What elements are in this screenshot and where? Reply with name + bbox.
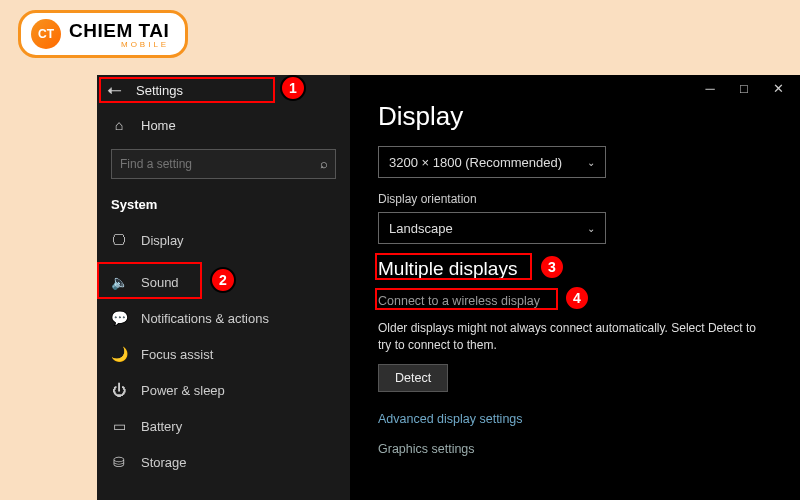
settings-window: 🠐 Settings ⌂ Home ⌕ System 🖵 Display 🔈 S…	[97, 75, 800, 500]
chevron-down-icon: ⌄	[587, 157, 595, 168]
sidebar-item-power[interactable]: ⏻ Power & sleep	[97, 372, 350, 408]
notifications-icon: 💬	[111, 310, 127, 326]
detect-button[interactable]: Detect	[378, 364, 448, 392]
home-icon: ⌂	[111, 117, 127, 133]
sidebar-item-storage[interactable]: ⛁ Storage	[97, 444, 350, 480]
logo-text: CHIEM TAI	[69, 20, 169, 42]
maximize-button[interactable]: □	[738, 81, 750, 96]
sidebar-item-display[interactable]: 🖵 Display	[97, 222, 350, 258]
sidebar-item-battery[interactable]: ▭ Battery	[97, 408, 350, 444]
sidebar-item-notifications[interactable]: 💬 Notifications & actions	[97, 300, 350, 336]
power-icon: ⏻	[111, 382, 127, 398]
sidebar-item-label: Focus assist	[141, 347, 213, 362]
minimize-button[interactable]: ─	[704, 81, 716, 96]
sidebar-item-focus-assist[interactable]: 🌙 Focus assist	[97, 336, 350, 372]
battery-icon: ▭	[111, 418, 127, 434]
older-displays-desc: Older displays might not always connect …	[378, 320, 758, 354]
page-title: Display	[378, 101, 772, 132]
sidebar-item-home[interactable]: ⌂ Home	[97, 109, 350, 141]
resolution-dropdown[interactable]: 3200 × 1800 (Recommended) ⌄	[378, 146, 606, 178]
window-title: Settings	[136, 83, 183, 98]
display-icon: 🖵	[111, 232, 127, 248]
category-label: System	[97, 185, 350, 222]
sidebar-item-label: Storage	[141, 455, 187, 470]
storage-icon: ⛁	[111, 454, 127, 470]
sidebar-item-label: Power & sleep	[141, 383, 225, 398]
step-badge-1: 1	[280, 75, 306, 101]
window-controls: ─ □ ✕	[688, 75, 800, 102]
focus-assist-icon: 🌙	[111, 346, 127, 362]
orientation-dropdown[interactable]: Landscape ⌄	[378, 212, 606, 244]
close-button[interactable]: ✕	[772, 81, 784, 96]
sound-icon: 🔈	[111, 274, 127, 290]
sidebar-item-label: Notifications & actions	[141, 311, 269, 326]
dropdown-value: Landscape	[389, 221, 453, 236]
dropdown-value: 3200 × 1800 (Recommended)	[389, 155, 562, 170]
logo-subtext: MOBILE	[121, 40, 169, 49]
sidebar-item-label: Display	[141, 233, 184, 248]
search-input[interactable]	[111, 149, 336, 179]
step-badge-4: 4	[564, 285, 590, 311]
multiple-displays-heading: Multiple displays	[378, 258, 772, 280]
step-badge-3: 3	[539, 254, 565, 280]
logo-badge: CT	[31, 19, 61, 49]
graphics-settings-link[interactable]: Graphics settings	[378, 442, 772, 456]
titlebar-left: 🠐 Settings	[97, 75, 350, 105]
sidebar-item-label: Home	[141, 118, 176, 133]
chevron-down-icon: ⌄	[587, 223, 595, 234]
brand-logo: CT CHIEM TAI MOBILE	[18, 10, 188, 58]
sidebar-item-label: Battery	[141, 419, 182, 434]
sidebar-item-label: Sound	[141, 275, 179, 290]
orientation-label: Display orientation	[378, 192, 772, 206]
back-arrow-icon[interactable]: 🠐	[107, 82, 122, 99]
step-badge-2: 2	[210, 267, 236, 293]
advanced-display-link[interactable]: Advanced display settings	[378, 412, 772, 426]
